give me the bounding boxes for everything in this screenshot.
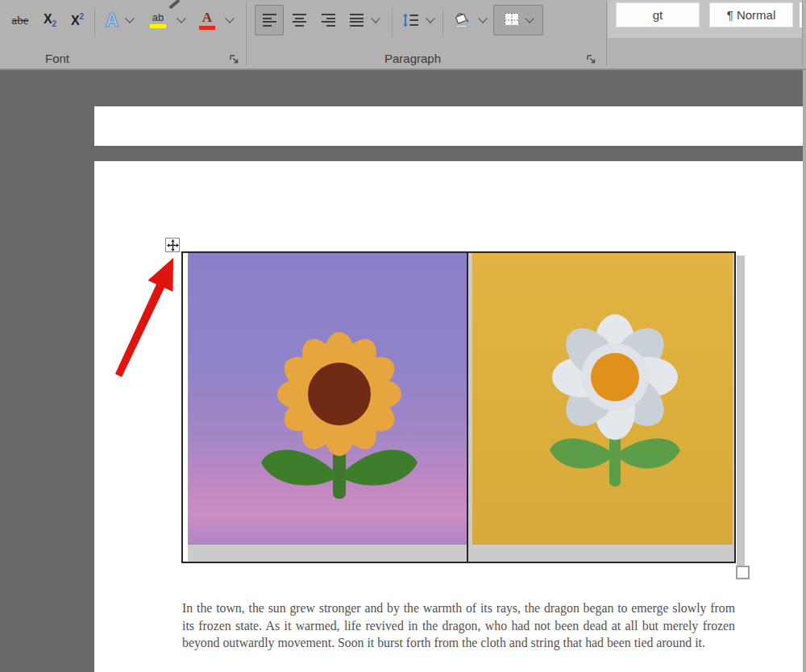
- separator: [392, 7, 393, 38]
- align-right-icon: [322, 14, 335, 27]
- move-cross-icon: [167, 239, 179, 251]
- image-table[interactable]: [181, 251, 736, 563]
- superscript-button[interactable]: X2: [64, 5, 90, 35]
- subscript-icon: X2: [44, 12, 56, 28]
- group-divider: [802, 2, 803, 66]
- image-caption-band: [188, 545, 467, 562]
- align-center-icon: [293, 14, 306, 27]
- font-group-label: Font: [9, 52, 106, 65]
- scrollbar[interactable]: [803, 70, 806, 672]
- style-item-label: ¶ Normal: [727, 8, 776, 22]
- font-dialog-launcher-icon[interactable]: [229, 53, 239, 64]
- document-page[interactable]: In the town, the sun grew stronger and b…: [94, 161, 803, 672]
- highlight-icon: ab: [150, 12, 166, 28]
- align-left-button[interactable]: [255, 5, 284, 35]
- line-spacing-button[interactable]: [397, 5, 424, 35]
- table-shadow: [737, 255, 745, 567]
- style-item-gt[interactable]: gt: [616, 2, 700, 27]
- chevron-down-icon: [177, 14, 185, 23]
- justify-dropdown[interactable]: [369, 5, 382, 35]
- sunflower-image[interactable]: [188, 253, 467, 545]
- body-paragraph[interactable]: In the town, the sun grew stronger and b…: [182, 599, 735, 652]
- text-effects-icon: A: [106, 11, 119, 30]
- align-center-button[interactable]: [285, 5, 313, 35]
- ribbon-toolbar: abe X2 X2 A ab A: [0, 0, 806, 70]
- annotation-arrow: [109, 254, 185, 383]
- chevron-down-icon: [371, 14, 380, 23]
- font-color-icon: A: [199, 10, 215, 30]
- table-move-handle[interactable]: [165, 238, 180, 252]
- chevron-down-icon: [125, 14, 134, 23]
- text-effects-button[interactable]: A: [100, 5, 124, 35]
- paragraph-group-label: Paragraph: [364, 52, 461, 65]
- styles-gallery: gt ¶ Normal: [608, 0, 802, 38]
- line-spacing-dropdown[interactable]: [424, 5, 437, 35]
- line-spacing-icon: [401, 13, 419, 27]
- group-divider: [606, 2, 607, 66]
- shading-button[interactable]: [447, 5, 476, 35]
- table-cell-right[interactable]: [468, 253, 734, 562]
- word-window: abe X2 X2 A ab A: [0, 0, 806, 672]
- borders-button[interactable]: [493, 5, 543, 35]
- chevron-down-icon: [478, 14, 487, 23]
- justify-icon: [350, 14, 364, 27]
- superscript-icon: X2: [71, 12, 84, 28]
- align-right-button[interactable]: [314, 5, 342, 35]
- align-left-icon: [263, 14, 276, 27]
- chevron-down-icon: [525, 14, 534, 23]
- paint-bucket-icon: [453, 12, 471, 28]
- font-color-button[interactable]: A: [192, 5, 222, 35]
- document-canvas: In the town, the sun grew stronger and b…: [0, 70, 806, 672]
- style-item-normal[interactable]: ¶ Normal: [709, 2, 793, 27]
- borders-icon: [504, 12, 520, 28]
- strikethrough-icon: abe: [12, 14, 29, 27]
- table-cell-left[interactable]: [183, 253, 468, 562]
- font-color-dropdown[interactable]: [222, 5, 237, 35]
- separator: [94, 7, 95, 38]
- table-resize-handle[interactable]: [736, 566, 750, 579]
- strikethrough-button[interactable]: abe: [5, 5, 35, 35]
- paragraph-dialog-launcher-icon[interactable]: [586, 53, 596, 64]
- subscript-button[interactable]: X2: [37, 5, 63, 35]
- text-effects-dropdown[interactable]: [123, 5, 137, 35]
- separator: [442, 7, 443, 38]
- previous-page-bottom[interactable]: [94, 106, 803, 146]
- highlight-color-dropdown[interactable]: [174, 5, 189, 35]
- highlight-color-button[interactable]: ab: [142, 5, 174, 35]
- shading-dropdown[interactable]: [476, 5, 489, 35]
- group-divider: [246, 2, 247, 66]
- style-item-label: gt: [653, 8, 663, 22]
- daisy-image[interactable]: [472, 253, 733, 545]
- justify-button[interactable]: [343, 5, 369, 35]
- chevron-down-icon: [225, 14, 234, 23]
- image-caption-band: [472, 545, 733, 562]
- chevron-down-icon: [426, 14, 434, 23]
